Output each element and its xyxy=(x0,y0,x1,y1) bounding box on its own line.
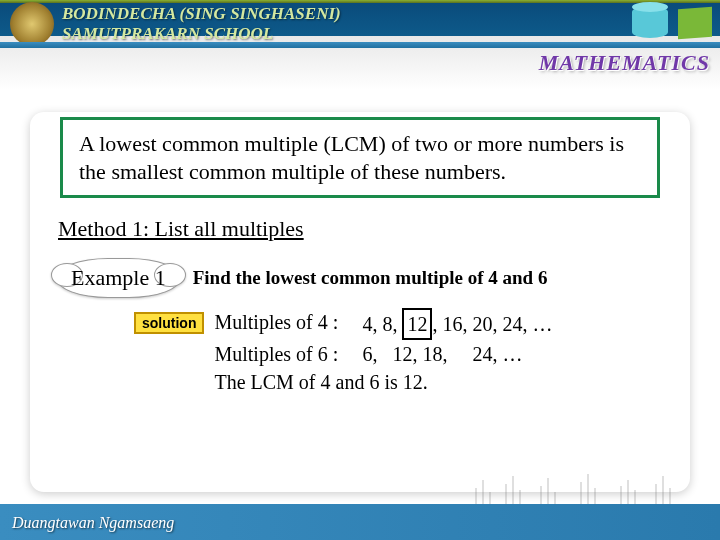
header: BODINDECHA (SING SINGHASENI) SAMUTPRAKAR… xyxy=(0,0,720,90)
solution-text: Multiples of 4 : 4, 8, 12, 16, 20, 24, …… xyxy=(214,308,552,396)
school-name: BODINDECHA (SING SINGHASENI) SAMUTPRAKAR… xyxy=(62,4,341,45)
content-card: A lowest common multiple (LCM) of two or… xyxy=(30,112,690,492)
example-label: Example 1 xyxy=(71,265,166,290)
school-line-1: BODINDECHA (SING SINGHASENI) xyxy=(62,4,341,24)
mult4-values: 4, 8, 12, 16, 20, 24, … xyxy=(362,308,552,340)
footer: Duangtawan Ngamsaeng xyxy=(0,504,720,540)
school-logo-icon xyxy=(10,2,54,46)
example-row: Example 1 Find the lowest common multipl… xyxy=(56,258,670,298)
divider-line xyxy=(0,42,720,48)
example-badge: Example 1 xyxy=(56,258,181,298)
definition-box: A lowest common multiple (LCM) of two or… xyxy=(60,117,660,198)
definition-text: A lowest common multiple (LCM) of two or… xyxy=(79,131,624,184)
subject-label: MATHEMATICS xyxy=(539,50,710,76)
conclusion: The LCM of 4 and 6 is 12. xyxy=(214,368,552,396)
mult6-values: 6, 12, 18, 24, … xyxy=(362,340,522,368)
boxed-twelve: 12 xyxy=(402,308,432,340)
method-heading: Method 1: List all multiples xyxy=(58,216,670,242)
mult6-label: Multiples of 6 : xyxy=(214,340,362,368)
solution-row: solution Multiples of 4 : 4, 8, 12, 16, … xyxy=(134,308,670,396)
shapes-decoration xyxy=(632,4,712,46)
mult4-label: Multiples of 4 : xyxy=(214,308,362,340)
cylinder-icon xyxy=(632,6,668,38)
cube-icon xyxy=(678,7,712,39)
solution-badge: solution xyxy=(134,312,204,334)
example-prompt: Find the lowest common multiple of 4 and… xyxy=(193,267,548,289)
author-name: Duangtawan Ngamsaeng xyxy=(12,514,174,532)
accent-line xyxy=(0,0,720,3)
